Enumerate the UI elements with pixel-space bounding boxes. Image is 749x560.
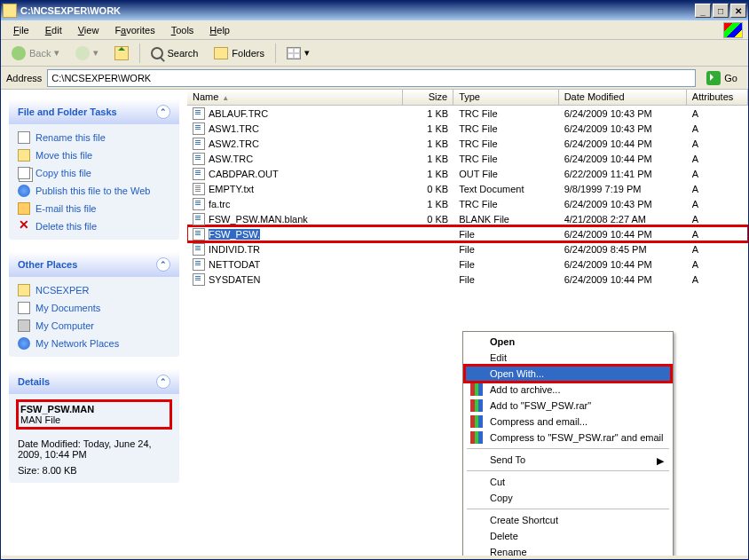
statusbar — [1, 556, 748, 559]
file-type: TRC File — [453, 122, 559, 135]
place-mycomputer[interactable]: My Computer — [18, 319, 170, 332]
ctx-edit[interactable]: Edit — [465, 350, 671, 366]
file-row[interactable]: EMPTY.txt0 KBText Document9/8/1999 7:19 … — [187, 181, 748, 196]
file-attr: A — [687, 183, 748, 195]
up-button[interactable] — [109, 44, 134, 62]
panel-header[interactable]: Details⌃ — [9, 369, 179, 394]
ctx-send-to[interactable]: Send To▶ — [465, 452, 671, 468]
ctx-add-to[interactable]: Add to "FSW_PSW.rar" — [465, 398, 671, 414]
menu-favorites[interactable]: Favorites — [107, 23, 162, 37]
file-date: 6/24/2009 10:43 PM — [559, 122, 687, 135]
menu-file[interactable]: File — [6, 23, 36, 37]
file-row[interactable]: ASW1.TRC1 KBTRC File6/24/2009 10:43 PMA — [187, 121, 748, 136]
menu-tools[interactable]: Tools — [164, 23, 201, 37]
go-button[interactable]: Go — [701, 69, 743, 87]
file-row[interactable]: NETTODATFile6/24/2009 10:44 PMA — [187, 256, 748, 272]
archive-icon — [470, 383, 483, 396]
up-icon — [114, 46, 129, 60]
file-type: Text Document — [453, 183, 559, 195]
place-ncsexper[interactable]: NCSEXPER — [18, 284, 170, 296]
views-button[interactable]: ▾ — [281, 45, 315, 61]
details-size: Size: 8.00 KB — [18, 465, 170, 476]
file-row[interactable]: SYSDATENFile6/24/2009 10:44 PMA — [187, 272, 748, 287]
menu-view[interactable]: View — [71, 23, 106, 37]
file-icon — [193, 107, 205, 120]
details-filetype: MAN File — [20, 414, 168, 425]
ctx-open[interactable]: Open — [465, 334, 671, 350]
chevron-up-icon[interactable]: ⌃ — [156, 375, 170, 389]
address-input[interactable] — [47, 69, 696, 87]
menu-help[interactable]: Help — [202, 23, 237, 37]
menu-edit[interactable]: Edit — [38, 23, 69, 37]
context-menu: Open Edit Open With... Add to archive...… — [462, 331, 674, 556]
file-date: 6/24/2009 10:44 PM — [559, 138, 687, 150]
col-type[interactable]: Type — [453, 90, 559, 105]
file-date: 6/24/2009 10:43 PM — [559, 107, 687, 120]
file-date: 6/24/2009 10:43 PM — [559, 198, 687, 210]
ctx-rename[interactable]: Rename — [465, 544, 671, 556]
place-network[interactable]: My Network Places — [18, 337, 170, 350]
file-type: File — [453, 243, 559, 256]
file-type: TRC File — [453, 198, 559, 210]
forward-button: ▾ — [70, 44, 104, 62]
place-mydocuments[interactable]: My Documents — [18, 302, 170, 314]
file-name: ASW.TRC — [209, 154, 253, 164]
task-rename[interactable]: Rename this file — [18, 131, 170, 144]
file-row[interactable]: FSW_PSW.MAN.blank0 KBBLANK File4/21/2008… — [187, 211, 748, 226]
ctx-compress-to-email[interactable]: Compress to "FSW_PSW.rar" and email — [465, 430, 671, 446]
file-row[interactable]: CABDPAR.OUT1 KBOUT File6/22/2009 11:41 P… — [187, 166, 748, 181]
file-row[interactable]: fa.trc1 KBTRC File6/24/2009 10:43 PMA — [187, 196, 748, 211]
file-row[interactable]: FSW_PSW.File6/24/2009 10:44 PMA — [187, 226, 748, 241]
task-publish[interactable]: Publish this file to the Web — [18, 185, 170, 197]
file-size: 1 KB — [403, 107, 453, 120]
ctx-compress-email[interactable]: Compress and email... — [465, 414, 671, 430]
back-button[interactable]: Back ▾ — [6, 44, 65, 62]
ctx-add-archive[interactable]: Add to archive... — [465, 382, 671, 398]
col-size[interactable]: Size — [403, 90, 453, 105]
close-button[interactable]: ✕ — [730, 4, 746, 18]
col-name[interactable]: Name▲ — [187, 90, 403, 105]
maximize-button[interactable]: □ — [713, 4, 729, 18]
panel-header[interactable]: Other Places⌃ — [9, 252, 179, 277]
file-attr: A — [687, 228, 748, 241]
file-size: 1 KB — [403, 122, 453, 135]
chevron-up-icon[interactable]: ⌃ — [156, 257, 170, 272]
search-icon — [151, 47, 163, 59]
file-row[interactable]: ABLAUF.TRC1 KBTRC File6/24/2009 10:43 PM… — [187, 106, 748, 121]
ctx-delete[interactable]: Delete — [465, 528, 671, 544]
archive-icon — [470, 399, 483, 412]
minimize-button[interactable]: _ — [695, 4, 711, 18]
file-row[interactable]: INDIVID.TRFile6/24/2009 8:45 PMA — [187, 241, 748, 256]
file-list: Name▲ Size Type Date Modified Attributes… — [187, 90, 748, 556]
file-date: 6/24/2009 10:44 PM — [559, 258, 687, 271]
task-email[interactable]: E-mail this file — [18, 202, 170, 215]
ctx-open-with[interactable]: Open With... — [465, 366, 671, 382]
explorer-window: C:\NCSEXPER\WORK _ □ ✕ File Edit View Fa… — [0, 0, 749, 560]
task-move[interactable]: Move this file — [18, 149, 170, 162]
ctx-shortcut[interactable]: Create Shortcut — [465, 512, 671, 528]
file-type: TRC File — [453, 107, 559, 120]
ctx-copy[interactable]: Copy — [465, 490, 671, 506]
windows-flag-icon — [723, 22, 743, 38]
go-icon — [706, 71, 721, 85]
folders-button[interactable]: Folders — [209, 45, 270, 61]
panel-header[interactable]: File and Folder Tasks⌃ — [9, 99, 179, 124]
col-date[interactable]: Date Modified — [559, 90, 687, 105]
task-delete[interactable]: ✕Delete this file — [18, 220, 170, 233]
file-date: 6/22/2009 11:41 PM — [559, 168, 687, 180]
col-attr[interactable]: Attributes — [687, 90, 748, 105]
ctx-cut[interactable]: Cut — [465, 474, 671, 490]
task-copy[interactable]: Copy this file — [18, 167, 170, 179]
titlebar[interactable]: C:\NCSEXPER\WORK _ □ ✕ — [1, 1, 748, 20]
move-icon — [18, 149, 30, 162]
file-size — [403, 233, 453, 235]
chevron-up-icon[interactable]: ⌃ — [156, 105, 170, 119]
file-attr: A — [687, 138, 748, 150]
file-icon — [193, 243, 205, 256]
file-row[interactable]: ASW.TRC1 KBTRC File6/24/2009 10:44 PMA — [187, 151, 748, 166]
search-button[interactable]: Search — [146, 45, 203, 61]
file-size — [403, 279, 453, 280]
file-attr: A — [687, 122, 748, 135]
file-row[interactable]: ASW2.TRC1 KBTRC File6/24/2009 10:44 PMA — [187, 136, 748, 151]
file-icon — [193, 168, 205, 180]
